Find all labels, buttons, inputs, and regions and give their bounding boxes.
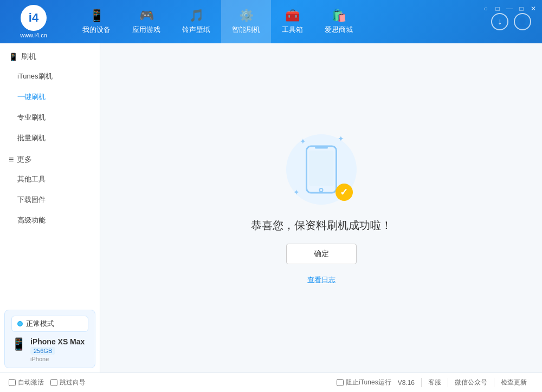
footer-version: V8.16 (391, 379, 421, 387)
header-right: ↓ 👤 (491, 13, 531, 30)
footer-update-link[interactable]: 检查更新 (494, 378, 533, 387)
sidebar-item-advanced[interactable]: 高级功能 (0, 210, 100, 231)
footer-support-link[interactable]: 客服 (421, 378, 448, 387)
logo-icon: i4 (21, 5, 47, 31)
svg-point-3 (319, 188, 322, 192)
main-container: 📱 刷机 iTunes刷机 一键刷机 专业刷机 批量刷机 ≡ 更多 其他工具 下… (0, 43, 542, 373)
window-controls: ○ □ — □ ✕ (481, 4, 538, 13)
sidebar-item-download-firmware[interactable]: 下载固件 (0, 190, 100, 210)
more-section-icon: ≡ (9, 155, 14, 165)
device-icon: 📱 (11, 337, 26, 351)
success-container: ✦ ✦ ✦ ✓ 恭喜您，保资料刷机成功啦！ 确定 查看日志 (251, 132, 392, 285)
nav-ringtones-icon: 🎵 (189, 9, 204, 23)
auto-activate-checkbox-label[interactable]: 自动激活 (9, 378, 44, 387)
nav-my-device-icon: 📱 (89, 9, 104, 23)
footer-right: V8.16 客服 微信公众号 检查更新 (391, 378, 533, 387)
sidebar-item-itunes-flash[interactable]: iTunes刷机 (0, 66, 100, 87)
check-badge: ✓ (335, 184, 353, 201)
confirm-button[interactable]: 确定 (286, 244, 357, 264)
nav-ringtones[interactable]: 🎵 铃声壁纸 (171, 0, 221, 43)
extra-btn-1[interactable]: ○ (481, 4, 490, 13)
nav-ringtones-label: 铃声壁纸 (182, 25, 210, 35)
device-details: iPhone XS Max 256GB iPhone (30, 337, 85, 362)
skip-guide-label: 跳过向导 (60, 378, 86, 387)
phone-svg (304, 145, 339, 194)
main-content: ✦ ✦ ✦ ✓ 恭喜您，保资料刷机成功啦！ 确定 查看日志 (100, 43, 542, 373)
device-storage-badge: 256GB (30, 347, 55, 355)
download-icon: ↓ (498, 17, 502, 27)
device-name: iPhone XS Max (30, 337, 85, 346)
nav-smart-flash-icon: ⚙️ (239, 9, 254, 23)
device-info: 📱 iPhone XS Max 256GB iPhone (11, 337, 88, 362)
nav-apps-games-icon: 🎮 (139, 9, 154, 23)
nav-store-label: 爱思商城 (325, 25, 353, 35)
skip-guide-checkbox-label[interactable]: 跳过向导 (50, 378, 86, 387)
extra-btn-2[interactable]: □ (493, 4, 502, 13)
sidebar-item-one-click-flash[interactable]: 一键刷机 (0, 87, 100, 107)
nav-smart-flash[interactable]: ⚙️ 智能刷机 (221, 0, 271, 43)
nav-my-device[interactable]: 📱 我的设备 (72, 0, 121, 43)
minimize-button[interactable]: — (505, 4, 514, 13)
sidebar: 📱 刷机 iTunes刷机 一键刷机 专业刷机 批量刷机 ≡ 更多 其他工具 下… (0, 43, 100, 373)
nav-toolbox-icon: 🧰 (285, 9, 300, 23)
sparkle-3: ✦ (293, 188, 300, 197)
nav-apps-games-label: 应用游戏 (132, 25, 160, 35)
sparkle-2: ✦ (338, 134, 344, 143)
nav-my-device-label: 我的设备 (82, 25, 111, 35)
nav-toolbox-label: 工具箱 (282, 25, 303, 35)
normal-mode-badge: 正常模式 (11, 316, 88, 332)
footer-wechat-link[interactable]: 微信公众号 (448, 378, 494, 387)
skip-guide-checkbox[interactable] (50, 379, 57, 386)
download-button[interactable]: ↓ (491, 13, 508, 30)
flash-section-icon: 📱 (9, 53, 18, 61)
nav-items: 📱 我的设备 🎮 应用游戏 🎵 铃声壁纸 ⚙️ 智能刷机 🧰 工具箱 🛍️ 爱思… (72, 0, 491, 43)
flash-section-label: 刷机 (21, 52, 36, 62)
close-button[interactable]: ✕ (529, 4, 538, 13)
maximize-button[interactable]: □ (517, 4, 526, 13)
nav-apps-games[interactable]: 🎮 应用游戏 (121, 0, 171, 43)
user-icon: 👤 (517, 17, 528, 27)
auto-activate-checkbox[interactable] (9, 379, 16, 386)
phone-illustration: ✦ ✦ ✦ ✓ (283, 132, 359, 207)
mode-indicator-dot (17, 321, 23, 326)
sidebar-item-batch-flash[interactable]: 批量刷机 (0, 128, 100, 148)
normal-mode-label: 正常模式 (26, 319, 54, 329)
sidebar-item-other-tools[interactable]: 其他工具 (0, 169, 100, 190)
footer-left: 自动激活 跳过向导 (9, 378, 337, 387)
nav-store[interactable]: 🛍️ 爱思商城 (314, 0, 364, 43)
footer-block-itunes: 阻止iTunes运行 (337, 378, 391, 387)
nav-store-icon: 🛍️ (332, 9, 346, 23)
footer: 自动激活 跳过向导 阻止iTunes运行 V8.16 客服 微信公众号 检查更新 (0, 373, 542, 392)
auto-activate-label: 自动激活 (18, 378, 44, 387)
view-log-link[interactable]: 查看日志 (307, 275, 335, 285)
sparkle-1: ✦ (300, 137, 306, 146)
more-section-header: ≡ 更多 (0, 151, 100, 169)
app-header: i4 www.i4.cn 📱 我的设备 🎮 应用游戏 🎵 铃声壁纸 ⚙️ 智能刷… (0, 0, 542, 43)
flash-section-header: 📱 刷机 (0, 48, 100, 66)
device-panel: 正常模式 📱 iPhone XS Max 256GB iPhone (4, 310, 95, 368)
user-button[interactable]: 👤 (514, 13, 531, 30)
success-message: 恭喜您，保资料刷机成功啦！ (251, 218, 392, 233)
nav-toolbox[interactable]: 🧰 工具箱 (271, 0, 314, 43)
more-section-label: 更多 (17, 155, 32, 165)
block-itunes-label: 阻止iTunes运行 (346, 378, 391, 387)
nav-smart-flash-label: 智能刷机 (232, 25, 260, 35)
sidebar-item-pro-flash[interactable]: 专业刷机 (0, 107, 100, 128)
logo-area[interactable]: i4 www.i4.cn (7, 5, 61, 38)
logo-url: www.i4.cn (20, 32, 47, 38)
device-type: iPhone (30, 356, 85, 362)
svg-rect-1 (309, 151, 333, 186)
block-itunes-checkbox[interactable] (337, 379, 344, 386)
